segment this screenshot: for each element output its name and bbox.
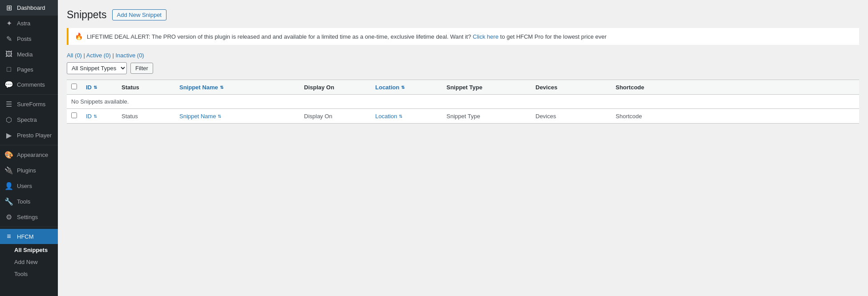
col-label-devices: Devices xyxy=(535,84,557,91)
col-footer-location: Location ⇅ xyxy=(371,109,442,124)
sidebar-item-label: Presto Player xyxy=(17,132,52,139)
col-footer-shortcode: Shortcode xyxy=(611,109,859,124)
sidebar-item-label: Comments xyxy=(17,81,45,88)
sidebar-item-appearance[interactable]: 🎨 Appearance xyxy=(0,147,58,163)
col-sort-location[interactable]: Location ⇅ xyxy=(375,84,438,91)
col-footer-sort-icon-location: ⇅ xyxy=(399,114,402,119)
alert-text-before: LIFETIME DEAL ALERT: The PRO version of … xyxy=(87,33,471,40)
check-all-checkbox[interactable] xyxy=(71,84,77,89)
sort-icon-id: ⇅ xyxy=(93,85,97,90)
dashboard-icon: ⊞ xyxy=(4,4,13,12)
sidebar-item-label: HFCM xyxy=(17,233,34,240)
check-all-checkbox-footer[interactable] xyxy=(71,112,77,118)
sidebar-item-comments[interactable]: 💬 Comments xyxy=(0,77,58,92)
snippet-type-select[interactable]: All Snippet Types Header Footer Body Cus… xyxy=(67,62,127,74)
users-icon: 👤 xyxy=(4,182,13,190)
no-snippets-row: No Snippets available. xyxy=(67,95,859,109)
col-label-snippet-name: Snippet Name xyxy=(179,84,218,91)
tools-icon: 🔧 xyxy=(4,197,13,206)
col-footer-sort-id[interactable]: ID ⇅ xyxy=(86,113,113,120)
snippets-table: ID ⇅ Status Snippet Name ⇅ Display On xyxy=(67,80,859,124)
pages-icon: □ xyxy=(4,65,13,73)
submenu-item-add-new[interactable]: Add New xyxy=(0,256,58,268)
posts-icon: ✎ xyxy=(4,35,13,43)
sidebar-item-posts[interactable]: ✎ Posts xyxy=(0,31,58,47)
col-footer-snippet-name: Snippet Name ⇅ xyxy=(175,109,300,124)
fire-icon: 🔥 xyxy=(75,32,83,40)
filter-row: All Snippet Types Header Footer Body Cus… xyxy=(67,62,859,74)
sidebar-item-plugins[interactable]: 🔌 Plugins xyxy=(0,163,58,178)
sidebar-item-dashboard[interactable]: ⊞ Dashboard xyxy=(0,0,58,16)
col-label-location: Location xyxy=(375,84,399,91)
checkbox-header xyxy=(67,80,81,95)
col-header-snippet-type: Snippet Type xyxy=(442,80,531,95)
sidebar-divider-2 xyxy=(0,145,58,145)
page-title: Snippets xyxy=(67,9,107,21)
spectra-icon: ⬡ xyxy=(4,116,13,124)
sureforms-icon: ☰ xyxy=(4,100,13,108)
col-footer-id: ID ⇅ xyxy=(81,109,117,124)
sidebar-item-label: Media xyxy=(17,51,32,58)
col-label-snippet-type: Snippet Type xyxy=(446,84,483,91)
hfcm-submenu: All Snippets Add New Tools xyxy=(0,244,58,280)
media-icon: 🖼 xyxy=(4,50,13,58)
col-header-snippet-name: Snippet Name ⇅ xyxy=(175,80,300,95)
alert-text: LIFETIME DEAL ALERT: The PRO version of … xyxy=(87,33,607,40)
col-footer-label-location: Location xyxy=(375,113,397,120)
sidebar-item-label: Pages xyxy=(17,66,33,73)
col-header-status: Status xyxy=(117,80,175,95)
col-footer-sort-location[interactable]: Location ⇅ xyxy=(375,113,438,120)
sidebar-item-label: Tools xyxy=(17,198,30,205)
sidebar-item-media[interactable]: 🖼 Media xyxy=(0,47,58,62)
astra-icon: ✦ xyxy=(4,19,13,28)
sidebar-item-label: Appearance xyxy=(17,152,48,158)
sidebar-item-label: Plugins xyxy=(17,167,36,174)
sidebar-item-spectra[interactable]: ⬡ Spectra xyxy=(0,112,58,128)
sidebar-item-pages[interactable]: □ Pages xyxy=(0,62,58,77)
tab-active[interactable]: Active (0) xyxy=(86,52,111,59)
sidebar-item-users[interactable]: 👤 Users xyxy=(0,178,58,194)
sidebar-item-tools[interactable]: 🔧 Tools xyxy=(0,194,58,209)
no-snippets-cell: No Snippets available. xyxy=(67,95,859,109)
col-label-display-on: Display On xyxy=(304,84,334,91)
settings-icon: ⚙ xyxy=(4,213,13,221)
alert-link[interactable]: Click here xyxy=(473,33,499,40)
col-sort-snippet-name[interactable]: Snippet Name ⇅ xyxy=(179,84,295,91)
sidebar-item-label: Settings xyxy=(17,214,38,220)
sidebar-item-settings[interactable]: ⚙ Settings xyxy=(0,209,58,225)
sidebar-divider-3 xyxy=(0,227,58,227)
table-body: No Snippets available. ID ⇅ Status Snipp… xyxy=(67,95,859,124)
submenu-item-all-snippets[interactable]: All Snippets xyxy=(0,244,58,256)
col-header-devices: Devices xyxy=(531,80,611,95)
col-header-display-on: Display On xyxy=(300,80,371,95)
alert-text-after: to get HFCM Pro for the lowest price eve… xyxy=(500,33,607,40)
col-header-shortcode: Shortcode xyxy=(611,80,859,95)
table-footer-header-row: ID ⇅ Status Snippet Name ⇅ Display On Lo… xyxy=(67,109,859,124)
sidebar-item-sureforms[interactable]: ☰ SureForms xyxy=(0,96,58,112)
add-new-snippet-button[interactable]: Add New Snippet xyxy=(112,9,166,20)
appearance-icon: 🎨 xyxy=(4,151,13,159)
tab-all[interactable]: All (0) xyxy=(67,52,82,59)
table-header: ID ⇅ Status Snippet Name ⇅ Display On xyxy=(67,80,859,95)
checkbox-footer xyxy=(67,109,81,124)
page-header: Snippets Add New Snippet xyxy=(67,9,859,21)
sidebar-item-astra[interactable]: ✦ Astra xyxy=(0,16,58,31)
col-header-id: ID ⇅ xyxy=(81,80,117,95)
sidebar-item-presto-player[interactable]: ▶ Presto Player xyxy=(0,128,58,143)
sidebar-item-label: Dashboard xyxy=(17,4,45,11)
col-footer-sort-icon-name: ⇅ xyxy=(218,114,221,119)
sidebar-item-hfcm[interactable]: ≡ HFCM xyxy=(0,229,58,244)
plugins-icon: 🔌 xyxy=(4,166,13,175)
submenu-item-tools[interactable]: Tools xyxy=(0,268,58,280)
filter-button[interactable]: Filter xyxy=(130,63,153,74)
sidebar-item-label: SureForms xyxy=(17,101,45,108)
col-sort-id[interactable]: ID ⇅ xyxy=(86,84,113,91)
col-footer-devices: Devices xyxy=(531,109,611,124)
table-header-row: ID ⇅ Status Snippet Name ⇅ Display On xyxy=(67,80,859,95)
sidebar-item-label: Posts xyxy=(17,36,32,42)
col-footer-sort-name[interactable]: Snippet Name ⇅ xyxy=(179,113,295,120)
col-footer-sort-icon-id: ⇅ xyxy=(93,114,97,119)
sidebar-item-label: Astra xyxy=(17,20,30,27)
tab-inactive[interactable]: Inactive (0) xyxy=(115,52,144,59)
presto-icon: ▶ xyxy=(4,131,13,140)
